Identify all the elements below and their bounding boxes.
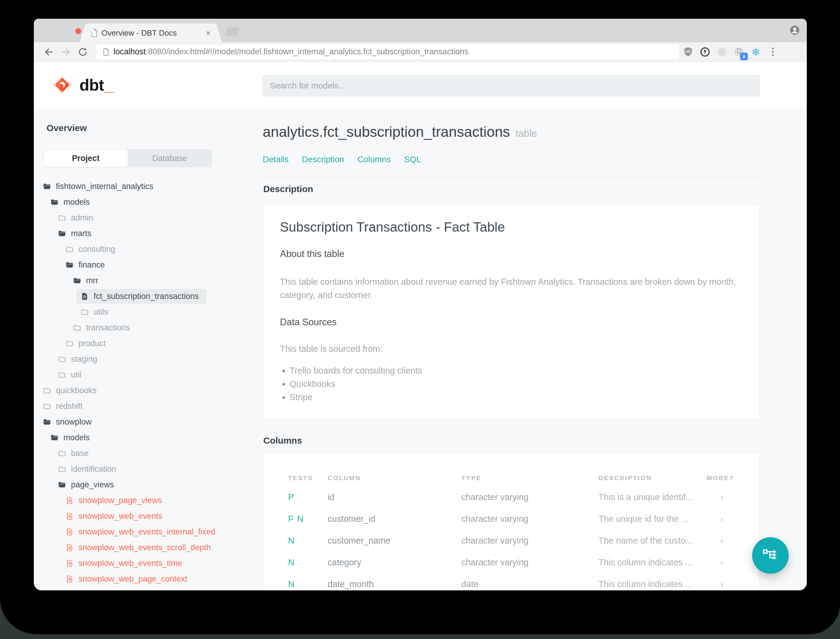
view-lineage-button[interactable] xyxy=(752,537,789,574)
tree-item-snowplow_web_page_context[interactable]: snowplow_web_page_context xyxy=(34,571,284,587)
data-source-item: Stripe xyxy=(289,391,422,404)
tree-item-util[interactable]: util xyxy=(34,367,284,383)
tree-item-product[interactable]: product xyxy=(34,335,284,351)
folder-icon xyxy=(58,465,66,473)
tree-item-identification[interactable]: identification xyxy=(34,461,284,477)
tree-item-label: redshift xyxy=(56,402,83,411)
project-file-tree: fishtown_internal_analyticsmodelsadminma… xyxy=(34,178,284,587)
expand-row-chevron-icon[interactable]: › xyxy=(707,573,759,590)
folder-icon xyxy=(65,245,74,253)
model-nav-columns[interactable]: Columns xyxy=(357,155,391,164)
tree-item-label: models xyxy=(64,197,90,207)
folder-icon xyxy=(43,386,51,395)
tree-item-snowplow_web_events_internal_fixed[interactable]: snowplow_web_events_internal_fixed xyxy=(34,524,284,540)
model-file-icon xyxy=(65,496,74,505)
tree-item-mrr[interactable]: mrr xyxy=(34,273,284,288)
dbt-logo[interactable]: dbt _ xyxy=(52,75,114,94)
data-source-item: Trello boards for consulting clients xyxy=(289,364,422,377)
column-name: customer_id xyxy=(328,508,461,530)
tree-item-utils[interactable]: utils xyxy=(34,304,284,320)
tree-item-quickbooks[interactable]: quickbooks xyxy=(34,383,284,398)
tree-item-staging[interactable]: staging xyxy=(34,351,284,367)
tab-close-icon[interactable]: × xyxy=(206,29,210,37)
folder-icon xyxy=(65,339,74,348)
svg-text:uO: uO xyxy=(686,49,691,53)
url-bar[interactable]: localhost:8080/index.html#!/model/model.… xyxy=(97,45,679,59)
page-icon xyxy=(103,48,109,56)
folder-icon xyxy=(58,355,66,363)
tree-item-models[interactable]: models xyxy=(34,194,284,210)
onepassword-icon[interactable] xyxy=(697,44,713,60)
tree-item-consulting[interactable]: consulting xyxy=(34,241,284,257)
tree-item-marts[interactable]: marts xyxy=(34,226,284,241)
model-file-icon xyxy=(65,528,74,536)
tree-item-models[interactable]: models xyxy=(34,430,284,445)
tree-item-label: snowplow_web_events_time xyxy=(78,559,183,568)
column-name: date_month xyxy=(328,573,461,590)
model-section-nav: DetailsDescriptionColumnsSQL xyxy=(263,155,421,164)
data-source-item: Quickbooks xyxy=(289,377,422,391)
model-nav-description[interactable]: Description xyxy=(302,155,344,164)
refresh-icon[interactable] xyxy=(74,43,91,60)
expand-row-chevron-icon[interactable]: › xyxy=(707,552,759,573)
column-name: customer_name xyxy=(328,530,461,552)
tree-item-snowplow_web_events[interactable]: snowplow_web_events xyxy=(34,508,284,524)
tree-item-label: snowplow_web_events_scroll_depth xyxy=(78,543,211,552)
tree-item-redshift[interactable]: redshift xyxy=(34,398,284,414)
tree-item-base[interactable]: base xyxy=(34,445,284,461)
tree-item-label: staging xyxy=(71,354,97,364)
forward-icon[interactable] xyxy=(57,43,74,60)
tab-database[interactable]: Database xyxy=(128,149,212,167)
ublock-shield-icon[interactable]: uO xyxy=(680,44,696,60)
expand-row-chevron-icon[interactable]: › xyxy=(707,530,759,552)
tree-item-label: fishtown_internal_analytics xyxy=(56,182,153,191)
tree-item-transactions[interactable]: transactions xyxy=(34,320,284,335)
tree-item-snowplow_web_events_scroll_depth[interactable]: snowplow_web_events_scroll_depth xyxy=(34,540,284,555)
tree-item-finance[interactable]: finance xyxy=(34,257,284,273)
tree-item-snowplow_page_views[interactable]: snowplow_page_views xyxy=(34,493,284,508)
column-description: The unique id for the ... xyxy=(599,508,707,530)
back-icon[interactable] xyxy=(40,43,57,60)
power-extension-icon[interactable]: x xyxy=(731,44,747,60)
grammarly-circle-icon[interactable] xyxy=(714,44,730,60)
expand-row-chevron-icon[interactable]: › xyxy=(707,486,759,508)
tests-badge: F N xyxy=(288,508,328,530)
about-heading: About this table xyxy=(280,248,345,259)
tree-item-label: identification xyxy=(71,464,116,474)
folder-open-icon xyxy=(43,183,51,191)
browser-profile-avatar[interactable] xyxy=(790,25,800,35)
browser-menu-icon[interactable] xyxy=(765,44,781,60)
tree-item-label: fct_subscription_transactions xyxy=(94,292,198,301)
expand-row-chevron-icon[interactable]: › xyxy=(707,508,759,530)
browser-tab[interactable]: Overview - DBT Docs × xyxy=(86,24,215,42)
tree-item-label: finance xyxy=(78,260,105,270)
url-path: :8080/index.html#!/model/model.fishtown_… xyxy=(146,47,468,56)
model-nav-details[interactable]: Details xyxy=(263,155,289,164)
tree-item-label: mrr xyxy=(86,276,98,285)
model-nav-sql[interactable]: SQL xyxy=(404,155,421,164)
snowflake-icon[interactable] xyxy=(748,44,764,60)
extension-x-badge: x xyxy=(740,52,748,60)
tree-item-page_views[interactable]: page_views xyxy=(34,477,284,493)
tab-project[interactable]: Project xyxy=(44,149,128,167)
search-input[interactable] xyxy=(263,75,760,97)
browser-tabstrip: Overview - DBT Docs × xyxy=(34,19,807,42)
tree-item-fct_subscription_transactions[interactable]: fct_subscription_transactions xyxy=(34,288,284,304)
screenshot-stage: Overview - DBT Docs × xyxy=(0,0,840,639)
tree-item-fishtown_internal_analytics[interactable]: fishtown_internal_analytics xyxy=(34,178,284,194)
close-window-button[interactable] xyxy=(75,28,81,34)
column-type: date xyxy=(461,573,599,590)
columns-table: TESTSCOLUMNTYPEDESCRIPTIONMORE?Pidcharac… xyxy=(263,470,759,590)
tree-item-snowplow[interactable]: snowplow xyxy=(34,414,284,430)
column-description: This column indicates ... xyxy=(599,573,707,590)
tree-item-snowplow_web_events_time[interactable]: snowplow_web_events_time xyxy=(34,555,284,571)
tree-item-label: consulting xyxy=(78,245,115,254)
column-header-column: COLUMN xyxy=(328,470,461,486)
data-sources-intro: This table is sourced from: xyxy=(280,342,383,355)
new-tab-button[interactable] xyxy=(224,27,240,36)
tree-item-label: marts xyxy=(71,229,92,238)
tests-badge: N xyxy=(288,552,328,573)
tree-item-admin[interactable]: admin xyxy=(34,210,284,226)
about-text: This table contains information about re… xyxy=(280,275,745,302)
tests-badge: P xyxy=(288,486,328,508)
